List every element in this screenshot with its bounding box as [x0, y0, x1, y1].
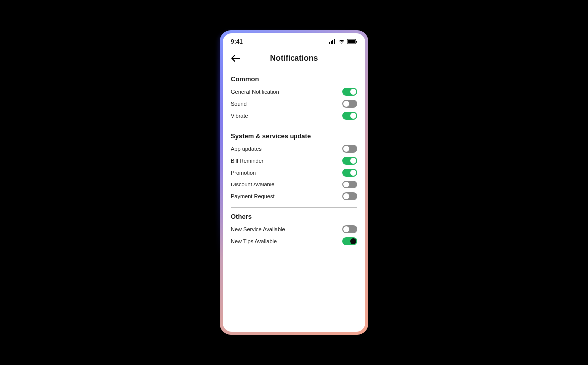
- wifi-icon: [338, 39, 345, 44]
- row-label: New Service Available: [231, 226, 285, 232]
- row-sound: Sound: [231, 98, 357, 110]
- row-label: Payment Request: [231, 193, 274, 199]
- section-others: Others New Service Available New Tips Av…: [231, 208, 357, 247]
- row-discount-available: Discount Avaiable: [231, 179, 357, 190]
- arrow-left-icon: [231, 55, 240, 62]
- status-bar: 9:41: [223, 33, 365, 47]
- toggle-vibrate[interactable]: [342, 112, 357, 120]
- section-common: Common General Notification Sound Vibrat…: [231, 70, 357, 127]
- battery-icon: [347, 39, 357, 44]
- toggle-app-updates[interactable]: [342, 145, 357, 153]
- svg-rect-0: [329, 42, 330, 44]
- row-label: Bill Reminder: [231, 158, 263, 164]
- row-label: New Tips Available: [231, 238, 277, 244]
- signal-icon: [329, 39, 336, 44]
- row-new-tips-available: New Tips Available: [231, 235, 357, 247]
- svg-rect-3: [334, 39, 335, 44]
- toggle-new-tips-available[interactable]: [342, 237, 357, 245]
- status-time: 9:41: [231, 38, 243, 45]
- row-promotion: Promotion: [231, 167, 357, 179]
- row-general-notification: General Notification: [231, 86, 357, 98]
- row-new-service-available: New Service Available: [231, 223, 357, 235]
- row-label: General Notification: [231, 89, 279, 95]
- svg-rect-5: [348, 40, 355, 44]
- content: Common General Notification Sound Vibrat…: [223, 70, 365, 332]
- row-payment-request: Payment Request: [231, 190, 357, 202]
- svg-rect-6: [356, 41, 357, 43]
- row-vibrate: Vibrate: [231, 110, 357, 122]
- row-label: App updates: [231, 146, 262, 152]
- section-title-system: System & services update: [231, 132, 357, 140]
- section-title-others: Others: [231, 213, 357, 220]
- row-label: Sound: [231, 101, 247, 107]
- status-right: [329, 39, 357, 44]
- section-system: System & services update App updates Bil…: [231, 127, 357, 208]
- row-label: Promotion: [231, 170, 256, 176]
- toggle-sound[interactable]: [342, 100, 357, 108]
- row-bill-reminder: Bill Reminder: [231, 155, 357, 167]
- phone-screen: 9:41: [223, 33, 365, 332]
- row-label: Vibrate: [231, 113, 248, 119]
- section-title-common: Common: [231, 75, 357, 83]
- device-frame: 9:41: [220, 30, 368, 335]
- toggle-general-notification[interactable]: [342, 88, 357, 96]
- toggle-bill-reminder[interactable]: [342, 157, 357, 165]
- row-app-updates: App updates: [231, 143, 357, 155]
- toggle-discount-available[interactable]: [342, 181, 357, 188]
- toggle-new-service-available[interactable]: [342, 225, 357, 233]
- page-title: Notifications: [223, 54, 365, 63]
- svg-rect-1: [331, 41, 332, 44]
- row-label: Discount Avaiable: [231, 182, 274, 187]
- header: Notifications: [223, 47, 365, 70]
- toggle-payment-request[interactable]: [342, 192, 357, 200]
- toggle-promotion[interactable]: [342, 169, 357, 177]
- svg-rect-2: [332, 40, 333, 44]
- back-button[interactable]: [231, 53, 241, 63]
